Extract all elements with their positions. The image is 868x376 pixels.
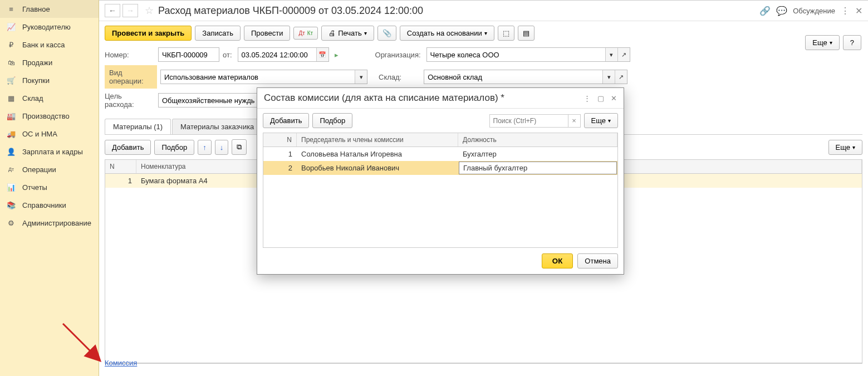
cancel-button[interactable]: Отмена xyxy=(577,253,618,268)
open-icon[interactable]: ↗ xyxy=(615,70,627,84)
sidebar-item-manager[interactable]: 📈 Руководителю xyxy=(0,18,99,36)
dtkt-button[interactable]: ДтКт xyxy=(293,27,318,40)
sidebar-item-hr[interactable]: 👤 Зарплата и кадры xyxy=(0,143,99,160)
save-button[interactable]: Записать xyxy=(195,26,241,41)
tab-materials[interactable]: Материалы (1) xyxy=(105,119,171,134)
ruble-icon: ₽ xyxy=(7,40,16,49)
person-icon: 👤 xyxy=(7,147,16,156)
add-row-button[interactable]: Добавить xyxy=(105,140,151,155)
sidebar-item-production[interactable]: 🏭 Производство xyxy=(0,107,99,125)
help-button[interactable]: ? xyxy=(843,35,861,50)
dialog-maximize-icon[interactable]: ▢ xyxy=(597,94,604,102)
cell-position: Бухгалтер xyxy=(458,147,617,161)
dialog-more-icon[interactable]: ⋮ xyxy=(583,94,591,102)
dialog-more-button[interactable]: Еще xyxy=(584,113,618,128)
favorite-star-icon[interactable]: ☆ xyxy=(145,4,154,17)
commission-link[interactable]: Комиссия xyxy=(105,359,137,367)
dialog-search-input[interactable] xyxy=(490,115,568,127)
dialog-table-row[interactable]: 1 Соловьева Наталья Игоревна Бухгалтер xyxy=(263,147,617,161)
tab-customer-materials[interactable]: Материалы заказчика xyxy=(172,119,262,134)
dialog-table-body[interactable]: 1 Соловьева Наталья Игоревна Бухгалтер 2… xyxy=(263,147,617,247)
create-based-button[interactable]: Создать на основании xyxy=(400,26,494,41)
warehouse-label: Склад: xyxy=(379,73,404,81)
more-button[interactable]: Еще xyxy=(805,35,839,50)
sidebar-item-catalogs[interactable]: 📚 Справочники xyxy=(0,196,99,214)
move-up-button[interactable]: ↑ xyxy=(198,140,212,155)
link-icon[interactable]: 🔗 xyxy=(759,6,771,16)
dialog-table: N Председатель и члены комиссии Должност… xyxy=(263,133,618,248)
calendar-icon[interactable]: 📅 xyxy=(316,48,328,61)
attach-button[interactable]: 📎 xyxy=(377,26,396,41)
purpose-input[interactable] xyxy=(158,93,258,108)
dialog-col-position[interactable]: Должность xyxy=(458,133,617,147)
discussion-label[interactable]: Обсуждение xyxy=(793,7,835,15)
warehouse-input[interactable] xyxy=(424,70,602,84)
posted-icon: ▸ xyxy=(335,51,339,59)
report-icon: 📊 xyxy=(7,183,16,192)
truck-icon: 🚚 xyxy=(7,129,16,138)
dialog-col-member[interactable]: Председатель и члены комиссии xyxy=(297,133,458,147)
materials-more-button[interactable]: Еще xyxy=(828,140,862,155)
dialog-table-row[interactable]: 2 Воробьев Николай Иванович Главный бухг… xyxy=(263,161,617,175)
number-input[interactable] xyxy=(158,47,219,62)
nav-back-button[interactable]: ← xyxy=(105,4,120,17)
org-input[interactable] xyxy=(427,48,605,61)
optype-label: Вид операции: xyxy=(105,65,157,89)
document-toolbar: Провести и закрыть Записать Провести ДтК… xyxy=(99,21,868,45)
dropdown-icon[interactable]: ▾ xyxy=(602,70,615,84)
menu-icon: ≡ xyxy=(7,4,16,13)
cell-position-editing[interactable]: Главный бухгалтер xyxy=(459,162,617,174)
from-label: от: xyxy=(223,51,234,59)
dropdown-icon[interactable]: ▾ xyxy=(355,70,367,84)
chart-icon: 📈 xyxy=(7,22,16,31)
discussion-icon[interactable]: 💬 xyxy=(776,6,787,16)
copy-button[interactable]: ⧉ xyxy=(232,139,247,155)
optype-input[interactable] xyxy=(161,70,355,84)
dialog-pick-button[interactable]: Подбор xyxy=(312,113,352,128)
dialog-close-icon[interactable]: ✕ xyxy=(611,94,617,102)
post-button[interactable]: Провести xyxy=(244,26,291,41)
dropdown-icon[interactable]: ▾ xyxy=(605,48,617,61)
list-button[interactable]: ▤ xyxy=(518,26,534,41)
ok-button[interactable]: ОК xyxy=(542,253,573,268)
move-down-button[interactable]: ↓ xyxy=(215,140,229,155)
print-button[interactable]: 🖨 Печать xyxy=(321,26,374,41)
sidebar-item-assets[interactable]: 🚚 ОС и НМА xyxy=(0,125,99,143)
sidebar-item-label: Производство xyxy=(22,112,70,120)
sidebar-item-label: Операции xyxy=(22,165,56,174)
bag-icon: 🛍 xyxy=(7,58,16,67)
sidebar-item-operations[interactable]: Дт Операции xyxy=(0,160,99,178)
sidebar-item-purchases[interactable]: 🛒 Покупки xyxy=(0,71,99,89)
gear-icon: ⚙ xyxy=(7,218,16,227)
sidebar-item-label: Справочники xyxy=(22,201,66,209)
date-input[interactable] xyxy=(238,48,316,61)
sidebar-item-admin[interactable]: ⚙ Администрирование xyxy=(0,214,99,232)
sidebar-item-main[interactable]: ≡ Главное xyxy=(0,0,99,18)
dialog-col-n[interactable]: N xyxy=(263,133,297,147)
open-icon[interactable]: ↗ xyxy=(617,48,630,61)
date-input-wrap: 📅 xyxy=(238,47,329,62)
sidebar-item-bank[interactable]: ₽ Банк и касса xyxy=(0,36,99,53)
nav-forward-button[interactable]: → xyxy=(122,4,138,17)
org-label: Организация: xyxy=(375,51,423,59)
dialog-toolbar: Добавить Подбор × Еще xyxy=(257,109,624,133)
pick-button[interactable]: Подбор xyxy=(154,140,194,155)
sidebar-item-sales[interactable]: 🛍 Продажи xyxy=(0,53,99,71)
printer-icon: 🖨 xyxy=(328,29,336,37)
sidebar-item-warehouse[interactable]: ▦ Склад xyxy=(0,89,99,107)
cell-n: 1 xyxy=(263,147,297,161)
sidebar-item-label: Главное xyxy=(22,5,50,13)
clear-search-icon[interactable]: × xyxy=(568,115,580,127)
close-icon[interactable]: ✕ xyxy=(855,6,862,16)
sidebar-item-reports[interactable]: 📊 Отчеты xyxy=(0,178,99,196)
post-and-close-button[interactable]: Провести и закрыть xyxy=(105,26,192,41)
sidebar-item-label: Отчеты xyxy=(22,183,47,192)
title-bar: ← → ☆ Расход материалов ЧКБП-000009 от 0… xyxy=(99,1,868,21)
dialog-add-button[interactable]: Добавить xyxy=(263,113,309,128)
grid-icon: ▦ xyxy=(7,94,16,102)
structure-button[interactable]: ⬚ xyxy=(498,26,514,41)
col-n[interactable]: N xyxy=(105,160,136,173)
more-options-icon[interactable]: ⋮ xyxy=(841,6,850,16)
dialog-table-header: N Председатель и члены комиссии Должност… xyxy=(263,133,617,147)
commission-dialog: Состав комиссии (для акта на списание ма… xyxy=(257,87,624,275)
